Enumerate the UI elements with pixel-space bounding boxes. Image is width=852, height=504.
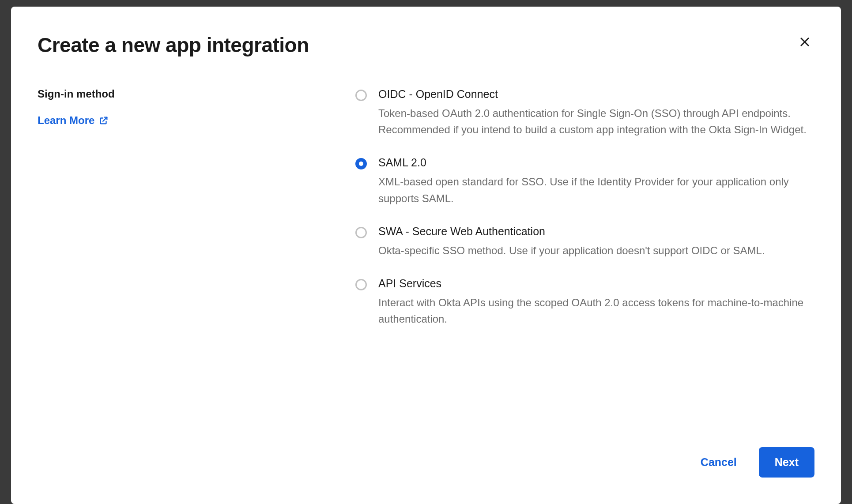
radio-indicator	[355, 90, 367, 101]
radio-title: SWA - Secure Web Authentication	[378, 225, 814, 238]
radio-title: API Services	[378, 277, 814, 290]
learn-more-link[interactable]: Learn More	[38, 114, 109, 127]
radio-option-saml[interactable]: SAML 2.0 XML-based open standard for SSO…	[355, 156, 814, 206]
section-label: Sign-in method	[38, 88, 355, 100]
radio-text: OIDC - OpenID Connect Token-based OAuth …	[378, 88, 814, 138]
modal-footer: Cancel Next	[38, 429, 814, 478]
radio-indicator	[355, 279, 367, 290]
radio-option-swa[interactable]: SWA - Secure Web Authentication Okta-spe…	[355, 225, 814, 259]
learn-more-label: Learn More	[38, 114, 94, 127]
radio-desc: Token-based OAuth 2.0 authentication for…	[378, 105, 814, 138]
modal-body: Sign-in method Learn More OIDC - OpenID …	[38, 88, 814, 429]
radio-text: API Services Interact with Okta APIs usi…	[378, 277, 814, 327]
create-app-integration-modal: Create a new app integration Sign-in met…	[11, 7, 841, 504]
radio-option-oidc[interactable]: OIDC - OpenID Connect Token-based OAuth …	[355, 88, 814, 138]
radio-desc: XML-based open standard for SSO. Use if …	[378, 173, 814, 206]
close-button[interactable]	[795, 32, 814, 52]
radio-indicator	[355, 227, 367, 238]
radio-text: SAML 2.0 XML-based open standard for SSO…	[378, 156, 814, 206]
radio-desc: Okta-specific SSO method. Use if your ap…	[378, 242, 814, 259]
radio-indicator	[355, 158, 367, 169]
external-link-icon	[99, 116, 109, 125]
radio-title: SAML 2.0	[378, 156, 814, 169]
next-button[interactable]: Next	[759, 447, 814, 478]
cancel-button[interactable]: Cancel	[696, 448, 741, 477]
radio-text: SWA - Secure Web Authentication Okta-spe…	[378, 225, 814, 259]
radio-desc: Interact with Okta APIs using the scoped…	[378, 294, 814, 327]
modal-title: Create a new app integration	[38, 33, 814, 57]
modal-right-column: OIDC - OpenID Connect Token-based OAuth …	[355, 88, 814, 429]
modal-left-column: Sign-in method Learn More	[38, 88, 355, 429]
close-icon	[799, 36, 811, 48]
radio-option-api-services[interactable]: API Services Interact with Okta APIs usi…	[355, 277, 814, 327]
radio-title: OIDC - OpenID Connect	[378, 88, 814, 101]
